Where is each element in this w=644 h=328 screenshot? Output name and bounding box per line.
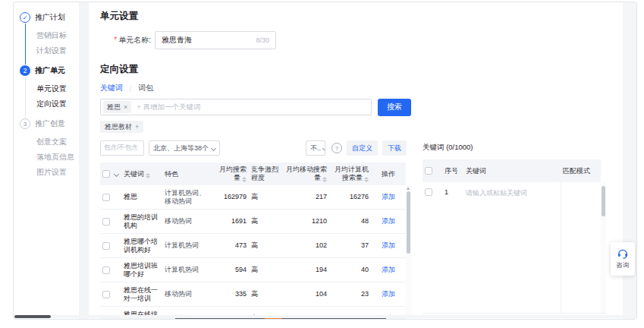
row-checkbox[interactable] xyxy=(102,218,110,226)
header-checkbox-cell xyxy=(100,169,121,179)
col-mobile-search[interactable]: 月均移动搜索量 xyxy=(282,164,329,184)
add-keyword-button[interactable]: 添加 xyxy=(371,193,406,201)
cell-mobile: 1210 xyxy=(282,217,329,226)
download-button[interactable]: 下载 xyxy=(382,140,407,156)
sort-icon[interactable] xyxy=(146,173,150,178)
plus-icon: + xyxy=(135,123,139,131)
panel-vertical-scrollbar[interactable] xyxy=(601,182,606,313)
row-checkbox[interactable] xyxy=(102,266,110,274)
step-2-unit: 2 推广单元 单元设置 定向设置 xyxy=(14,65,79,112)
custom-columns-button[interactable]: 自定义 xyxy=(347,140,378,156)
step-3-circle: 3 xyxy=(20,118,30,129)
add-keyword-button[interactable]: 添加 xyxy=(371,266,406,274)
chevron-down-icon xyxy=(322,145,325,150)
cell-competition: 高 xyxy=(249,217,282,226)
sidebar-item-targeting-settings[interactable]: 定向设置 xyxy=(36,96,79,112)
tab-keywords[interactable]: 关键词 xyxy=(100,83,123,93)
close-icon[interactable]: × xyxy=(124,103,127,111)
cell-keyword: 雅思 xyxy=(121,193,162,201)
sort-icon[interactable] xyxy=(322,177,327,182)
tab-divider: | xyxy=(130,84,131,92)
contain-filter-input[interactable]: 包含/不包含 xyxy=(100,140,144,156)
cell-feature: 计算机热词、移动热词 xyxy=(162,189,212,206)
scrollbar-thumb[interactable] xyxy=(407,191,410,254)
cell-feature: 计算机热词 xyxy=(162,266,212,274)
suggestion-row: 雅思教材 + xyxy=(100,121,623,133)
table-header: 关键词 特色 月均搜索量 竞争激烈程度 月均移动搜索量 月均计算机搜索量 操作 xyxy=(100,162,406,185)
table-row: 雅思哪个培训机构好 计算机热词 473 高 102 37 添加 xyxy=(100,234,406,258)
cell-search: 335 xyxy=(212,290,249,298)
chevron-down-icon xyxy=(211,145,216,150)
selected-table-body: 1 请输入或粘贴关键词 xyxy=(423,182,606,314)
selected-keywords-title: 关键词 (0/1000) xyxy=(423,143,606,153)
row-checkbox[interactable] xyxy=(102,242,110,250)
keyword-input[interactable]: 雅思 × + 再增加一个关键词 xyxy=(100,99,372,115)
selected-keywords-panel: 关键词 (0/1000) 序号 关键词 匹配模式 1 请输入或粘贴关键词 xyxy=(423,140,606,320)
cell-search: 473 xyxy=(212,241,249,250)
region-select[interactable]: 北京、上海等38个 xyxy=(149,140,220,156)
suggest-keyword-chip[interactable]: 雅思教材 + xyxy=(100,121,143,133)
headset-icon xyxy=(617,248,629,260)
cell-search: 162979 xyxy=(212,193,249,201)
unit-name-input[interactable]: 雅思青海 8/30 xyxy=(155,31,276,49)
keyword-entry-placeholder[interactable]: 请输入或粘贴关键词 xyxy=(463,188,561,198)
add-keyword-button[interactable]: 添加 xyxy=(371,217,406,226)
targeting-title: 定向设置 xyxy=(100,63,623,75)
page-horizontal-scrollbar[interactable] xyxy=(14,315,636,318)
row-checkbox[interactable] xyxy=(425,188,432,196)
step-connector-todo xyxy=(25,77,26,118)
tab-word-pack[interactable]: 词包 xyxy=(138,83,153,93)
sort-icon[interactable] xyxy=(242,177,247,182)
step-3-head[interactable]: 3 推广创意 xyxy=(14,118,79,130)
cell-search: 1691 xyxy=(212,217,249,226)
select-all-checkbox[interactable] xyxy=(102,170,110,178)
col-monthly-search[interactable]: 月均搜索量 xyxy=(212,164,249,184)
step-1-head[interactable]: ✓ 推广计划 xyxy=(14,11,79,24)
sidebar-item-marketing-goal[interactable]: 营销目标 xyxy=(36,28,79,43)
cell-pc: 40 xyxy=(329,266,371,274)
row-checkbox[interactable] xyxy=(102,291,110,298)
sidebar-item-plan-settings[interactable]: 计划设置 xyxy=(36,43,79,58)
step-2-circle: 2 xyxy=(20,65,30,76)
cell-keyword: 雅思在线一对一培训 xyxy=(121,286,162,303)
cell-search: 594 xyxy=(212,266,249,274)
col-keyword[interactable]: 关键词 xyxy=(121,169,162,180)
step-3-label: 推广创意 xyxy=(35,118,65,129)
search-button[interactable]: 搜索 xyxy=(378,99,411,116)
cell-pc: 16276 xyxy=(329,193,371,201)
consult-label: 咨询 xyxy=(617,261,630,270)
range-select[interactable]: 不.. xyxy=(306,140,325,156)
cell-mobile: 194 xyxy=(282,266,329,274)
sidebar-item-image-settings[interactable]: 图片设置 xyxy=(36,165,79,180)
table-vertical-scrollbar[interactable] xyxy=(406,185,411,316)
chevron-down-icon[interactable] xyxy=(114,171,119,176)
column-divider xyxy=(561,182,561,313)
sidebar-item-landing-page[interactable]: 落地页信息 xyxy=(36,150,79,165)
cell-pc: 48 xyxy=(329,217,371,226)
col-index: 序号 xyxy=(442,166,463,177)
step-connector-done xyxy=(25,24,26,65)
scrollbar-thumb[interactable] xyxy=(602,186,605,216)
keyword-tag: 雅思 × xyxy=(103,101,131,113)
sort-icon[interactable] xyxy=(364,177,369,182)
cell-competition: 高 xyxy=(249,193,282,201)
cell-keyword: 雅思哪个培训机构好 xyxy=(121,238,162,254)
step-2-head[interactable]: 2 推广单元 xyxy=(14,65,79,77)
range-select-value: 不.. xyxy=(310,144,321,153)
add-keyword-button[interactable]: 添加 xyxy=(371,290,406,298)
table-body: 雅思 计算机热词、移动热词 162979 高 217 16276 添加 雅思的培… xyxy=(100,185,411,316)
col-pc-search[interactable]: 月均计算机搜索量 xyxy=(329,164,371,184)
select-all-checkbox[interactable] xyxy=(425,167,432,175)
unit-name-row: *单元名称: 雅思青海 8/30 xyxy=(100,31,623,49)
step-1-label: 推广计划 xyxy=(35,12,65,23)
add-keyword-button[interactable]: 添加 xyxy=(371,241,406,250)
scroll-up-arrow-icon[interactable] xyxy=(407,187,410,190)
scrollbar-thumb[interactable] xyxy=(14,315,51,318)
sidebar-item-unit-settings[interactable]: 单元设置 xyxy=(36,81,79,96)
consult-widget[interactable]: 咨询 xyxy=(611,242,635,276)
cell-keyword: 雅思的培训机构 xyxy=(121,213,162,230)
sidebar-item-creative-copy[interactable]: 创意文案 xyxy=(36,134,79,150)
cell-competition: 高 xyxy=(249,290,282,298)
row-checkbox[interactable] xyxy=(102,194,110,201)
help-icon[interactable]: ? xyxy=(331,143,342,153)
